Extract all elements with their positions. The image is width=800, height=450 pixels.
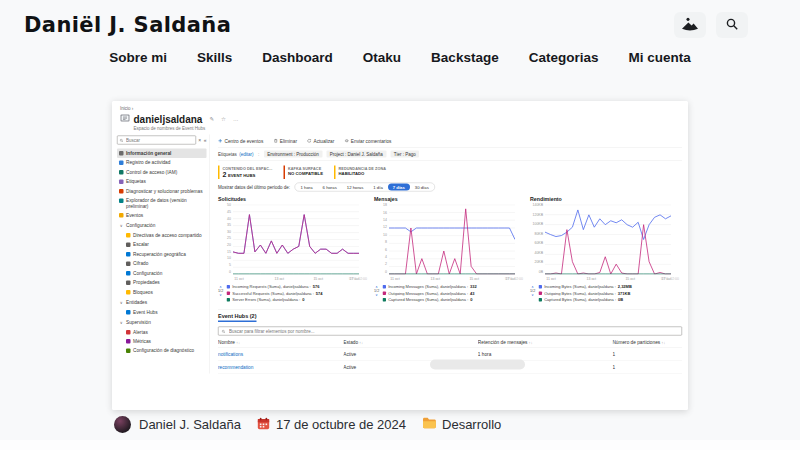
sidebar-group-supervision[interactable]: ∨Supervisión	[117, 318, 207, 327]
resource-title: danieljsaldana	[134, 113, 203, 125]
y-tick-label: 40KB	[530, 251, 543, 255]
sidebar-item-configuracion[interactable]: Configuración	[124, 268, 207, 277]
toolbar-centro-de-eventos[interactable]: Centro de eventos	[218, 139, 263, 145]
nav-item-backstage[interactable]: Backstage	[431, 50, 499, 65]
sidebar-item-label: Escalar	[133, 242, 149, 247]
sidebar-item-event-hubs[interactable]: Event Hubs	[124, 307, 207, 316]
clear-search-icon[interactable]: ×	[198, 137, 201, 143]
event-hub-filter-input[interactable]	[228, 328, 679, 334]
column-header-retencion-de-mensajes[interactable]: Retención de mensajes↑↓	[478, 340, 613, 346]
nav-item-otaku[interactable]: Otaku	[363, 50, 401, 65]
series-color-swatch	[383, 298, 387, 302]
sidebar-item-propiedades[interactable]: Propiedades	[124, 278, 207, 287]
search-button[interactable]	[716, 12, 748, 38]
sidebar-group-entidades[interactable]: ∨Entidades	[117, 298, 207, 307]
nav-item-sobre-mi[interactable]: Sobre mi	[109, 50, 167, 65]
resource-titlebar: danieljsaldana ✎ ☆ …	[112, 111, 688, 126]
sidebar-item-diagnosticar-y-solucionar-problemas[interactable]: Diagnosticar y solucionar problemas	[117, 186, 207, 195]
legend-value: 0	[470, 298, 472, 303]
time-range-7-dias[interactable]: 7 días	[388, 184, 410, 191]
nav-item-skills[interactable]: Skills	[197, 50, 232, 65]
legend-label: Server Errors (Suma), danieljsaldana :	[232, 298, 300, 303]
event-hub-link[interactable]: recommendation	[218, 364, 343, 370]
y-tick-label: 30	[218, 230, 231, 234]
toolbar-eliminar[interactable]: Eliminar	[273, 139, 297, 145]
sidebar-item-eventos[interactable]: Eventos	[117, 211, 207, 220]
post-category[interactable]: Desarrollo	[442, 417, 501, 432]
legend-value: 43	[470, 291, 474, 296]
tags-edit-link[interactable]: (editar)	[239, 152, 253, 157]
favorite-icon[interactable]: ☆	[221, 116, 226, 123]
sidebar-item-escalar[interactable]: Escalar	[124, 240, 207, 249]
column-header-numero-de-particiones[interactable]: Número de particiones↑↓	[612, 340, 682, 346]
sidebar-item-alertas[interactable]: Alertas	[124, 327, 207, 336]
sidebar-item-directivas-de-acceso-compartido[interactable]: Directivas de acceso compartido	[124, 231, 207, 240]
sidebar-item-bloqueos[interactable]: Bloqueos	[124, 287, 207, 296]
properties-icon	[126, 280, 131, 285]
edit-icon[interactable]: ✎	[209, 116, 214, 123]
time-range-1-dia[interactable]: 1 día	[368, 184, 387, 191]
site-logo[interactable]: Daniël J. Saldaña	[24, 13, 231, 37]
sidebar-item-metricas[interactable]: Métricas	[124, 337, 207, 346]
sidebar-item-label: Explorador de datos (versión preliminar)	[126, 198, 205, 209]
scale-icon	[126, 243, 131, 248]
more-icon[interactable]: …	[233, 116, 239, 122]
event-hub-filter[interactable]	[218, 327, 682, 336]
sidebar-item-recuperacion-geografica[interactable]: Recuperación geográfica	[124, 250, 207, 259]
mountain-icon-button[interactable]	[674, 12, 706, 38]
toolbar-actualizar[interactable]: Actualizar	[307, 139, 334, 145]
collapse-sidebar-icon[interactable]: «	[204, 137, 207, 143]
sidebar-search-input[interactable]	[125, 137, 193, 143]
sidebar-item-label: Alertas	[133, 329, 148, 334]
time-range-6-horas[interactable]: 6 horas	[318, 184, 342, 191]
toolbar-enviar-comentarios[interactable]: Enviar comentarios	[344, 139, 391, 145]
geo-recovery-icon	[126, 252, 131, 257]
column-header-nombre[interactable]: Nombre↑↓	[218, 340, 343, 346]
legend-pagination: ∧1/2∨	[374, 285, 379, 305]
sort-arrows-icon: ↑↓	[528, 341, 532, 346]
nav-item-dashboard[interactable]: Dashboard	[262, 50, 333, 65]
y-tick-label: 15	[218, 250, 231, 254]
legend-item: Captured Messages (Suma), danieljsaldana…	[383, 298, 523, 303]
x-tick-label: 13 oct	[431, 277, 441, 281]
nav-item-categorias[interactable]: Categorias	[529, 50, 599, 65]
page-down-icon[interactable]: ∨	[219, 293, 222, 297]
locks-icon	[126, 290, 131, 295]
tag-chips: Environment : ProducciónProject : Daniel…	[264, 151, 419, 158]
time-range-30-dias[interactable]: 30 días	[410, 184, 434, 191]
sidebar-item-configuracion-de-diagnostico[interactable]: Configuración de diagnóstico	[124, 346, 207, 355]
column-header-estado[interactable]: Estado↑↓	[343, 340, 478, 346]
nav-item-mi-cuenta[interactable]: Mi cuenta	[628, 50, 690, 65]
table-cell: 1	[612, 351, 682, 357]
series-color-swatch	[539, 285, 543, 289]
y-tick-label: 8	[374, 240, 387, 244]
sidebar-group-configuracion[interactable]: ∨Configuración	[117, 221, 207, 230]
breadcrumb-home-link[interactable]: Inicio	[120, 106, 131, 111]
time-range-1-hora[interactable]: 1 hora	[296, 184, 318, 191]
page-down-icon[interactable]: ∨	[531, 293, 534, 297]
y-tick-label: 6	[374, 247, 387, 251]
post-author[interactable]: Daniel J. Saldaña	[139, 417, 241, 432]
sidebar-item-informacion-general[interactable]: Información general	[117, 149, 207, 158]
search-icon	[120, 136, 124, 145]
sidebar-item-label: Propiedades	[133, 280, 160, 285]
y-tick-label: 18	[374, 203, 387, 207]
access-control-icon	[119, 170, 124, 175]
alerts-icon	[126, 330, 131, 335]
sidebar-item-explorador-de-datos-version-preliminar[interactable]: Explorador de datos (versión preliminar)	[117, 196, 207, 211]
time-range-12-horas[interactable]: 12 horas	[342, 184, 369, 191]
sidebar-item-etiquetas[interactable]: Etiquetas	[117, 177, 207, 186]
toolbar-label: Enviar comentarios	[351, 139, 392, 145]
sidebar-item-registro-de-actividad[interactable]: Registro de actividad	[117, 158, 207, 167]
y-tick-label: 35	[218, 223, 231, 227]
sidebar-item-label: Información general	[126, 151, 171, 156]
event-hub-link[interactable]: notifications	[218, 351, 343, 357]
calendar-icon	[257, 417, 270, 433]
sidebar-item-control-de-acceso-iam[interactable]: Control de acceso (IAM)	[117, 167, 207, 176]
post-date: 17 de octubre de 2024	[276, 417, 406, 432]
sidebar-item-cifrado[interactable]: Cifrado	[124, 259, 207, 268]
sidebar-search[interactable]	[117, 136, 196, 145]
page-down-icon[interactable]: ∨	[375, 293, 378, 297]
overview-icon	[119, 151, 124, 156]
table-cell: 1 hora	[478, 351, 613, 357]
